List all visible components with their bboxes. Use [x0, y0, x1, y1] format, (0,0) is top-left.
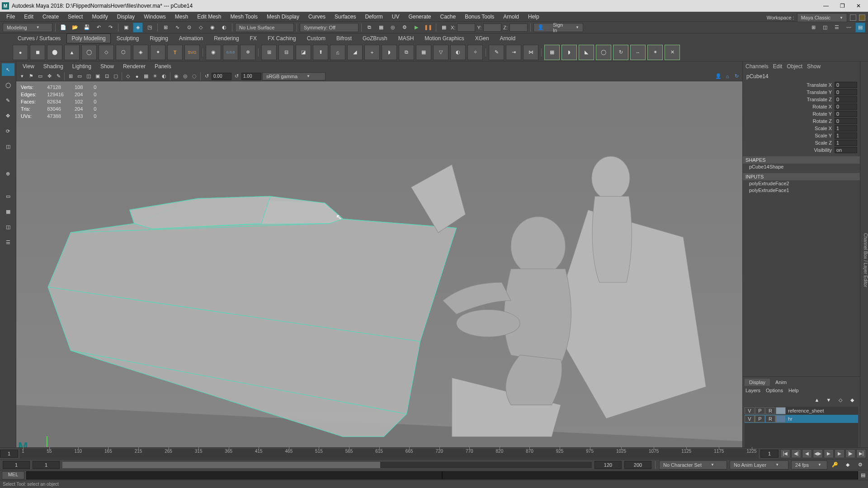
panel-menu-lighting[interactable]: Lighting — [69, 62, 95, 70]
tab-channelbox[interactable]: Channel Box / Layer Editor — [863, 233, 868, 287]
menu-file[interactable]: File — [3, 13, 19, 21]
grid-icon[interactable]: ⊞ — [66, 72, 75, 80]
attr-rotate-x[interactable] — [835, 103, 857, 110]
freeze-icon[interactable]: ❄ — [240, 45, 255, 60]
colorspace-dropdown[interactable]: sRGB gamma▼ — [262, 72, 326, 80]
poly-type-icon[interactable]: T — [167, 45, 183, 60]
cb-tab-show[interactable]: Show — [807, 63, 821, 70]
circularize-icon[interactable]: ◯ — [596, 45, 611, 60]
time-track[interactable]: 155 110165 215265 315365 415465 515565 6… — [20, 449, 759, 459]
snap-view-icon[interactable]: ◐ — [219, 23, 229, 33]
textured-icon[interactable]: ▦ — [142, 72, 150, 80]
go-end-icon[interactable]: ▶| — [856, 449, 866, 458]
shelf-tab[interactable]: Bifrost — [331, 33, 357, 43]
attr-translate-x[interactable] — [835, 82, 857, 88]
safe-action-icon[interactable]: ▢ — [112, 72, 120, 80]
z-field[interactable] — [509, 23, 528, 32]
menu-edit[interactable]: Edit — [20, 13, 37, 21]
poly-cone-icon[interactable]: ▲ — [64, 45, 80, 60]
mirror-icon[interactable]: ⧉ — [399, 45, 414, 60]
2d-pan-icon[interactable]: ✥ — [45, 72, 53, 80]
resolution-gate-icon[interactable]: ◫ — [85, 72, 93, 80]
play-back-icon[interactable]: ◀▶ — [813, 449, 823, 458]
live-surface-dropdown[interactable]: No Live Surface — [235, 23, 294, 32]
viewport[interactable]: Verts:471281080 Edges:1294162040 Faces:8… — [16, 81, 742, 456]
shadows-icon[interactable]: ◐ — [160, 72, 168, 80]
pause-render-icon[interactable]: ❚❚ — [423, 23, 433, 33]
play-start-field[interactable] — [33, 461, 60, 469]
layer-menu-help[interactable]: Help — [788, 388, 799, 393]
poly-torus-icon[interactable]: ◯ — [81, 45, 97, 60]
modeling-toolkit-icon[interactable]: ⊞ — [808, 23, 818, 33]
menu-meshdisplay[interactable]: Mesh Display — [263, 13, 303, 21]
panel-menu-shading[interactable]: Shading — [40, 62, 67, 70]
menu-surfaces[interactable]: Surfaces — [331, 13, 359, 21]
layout-single-icon[interactable]: ▭ — [2, 190, 14, 202]
select-object-icon[interactable]: ◈ — [133, 23, 143, 33]
shelf-tab[interactable]: XGen — [470, 33, 494, 43]
outliner-toggle-icon[interactable]: ☰ — [2, 236, 14, 249]
step-back-icon[interactable]: ◀ — [802, 449, 812, 458]
cb-tab-edit[interactable]: Edit — [773, 63, 783, 70]
shelf-tab[interactable]: FX — [245, 33, 262, 43]
extrude-icon[interactable]: ⬆ — [313, 45, 328, 60]
attr-rotate-z[interactable] — [835, 118, 857, 124]
gamma-reset-icon[interactable]: ↺ — [232, 72, 241, 80]
poly-cylinder-icon[interactable]: ⬤ — [47, 45, 62, 60]
attr-scale-x[interactable] — [835, 125, 857, 131]
range-start-field[interactable] — [3, 461, 30, 469]
camera-select-icon[interactable]: ▾ — [18, 72, 26, 80]
layer-new-empty-icon[interactable]: ◇ — [835, 395, 845, 405]
poly-cube-icon[interactable]: ◼ — [30, 45, 45, 60]
menu-mesh[interactable]: Mesh — [171, 13, 192, 21]
menu-create[interactable]: Create — [39, 13, 62, 21]
append-icon[interactable]: + — [364, 45, 380, 60]
film-gate-icon[interactable]: ▭ — [75, 72, 84, 80]
render-settings-icon[interactable]: ⚙ — [400, 23, 410, 33]
menu-uv[interactable]: UV — [388, 13, 403, 21]
auto-key-icon[interactable]: 🔑 — [830, 460, 840, 470]
hypershade-icon[interactable]: ◫ — [820, 23, 830, 33]
snap-live-icon[interactable]: ◉ — [208, 23, 217, 33]
shelf-tab[interactable]: Curves / Surfaces — [13, 33, 66, 43]
channelbox-toggle-icon[interactable]: ▤ — [855, 23, 865, 33]
poly-disc-icon[interactable]: ⬡ — [116, 45, 131, 60]
attr-rotate-y[interactable] — [835, 111, 857, 117]
step-forward-key-icon[interactable]: |▶ — [845, 449, 855, 458]
script-editor-icon[interactable]: ▤ — [858, 470, 868, 480]
menu-select[interactable]: Select — [64, 13, 86, 21]
attr-scale-z[interactable] — [835, 140, 857, 146]
sidebar-toggle-icon[interactable] — [850, 14, 856, 21]
shape-node[interactable]: pCube14Shape — [743, 164, 860, 170]
gate-mask-icon[interactable]: ▣ — [94, 72, 102, 80]
layer-tab-anim[interactable]: Anim — [771, 379, 791, 386]
redo-icon[interactable]: ↷ — [105, 23, 115, 33]
undo-icon[interactable]: ↶ — [94, 23, 104, 33]
combine-icon[interactable]: ⊞ — [261, 45, 277, 60]
menu-help[interactable]: Help — [524, 13, 543, 21]
sculpt-icon[interactable]: ◐ — [450, 45, 466, 60]
signin-dropdown[interactable]: 👤 Sign In▼ — [533, 23, 583, 32]
set-key-icon[interactable]: ◆ — [843, 460, 853, 470]
select-mode-icon[interactable]: ▣ — [121, 23, 131, 33]
step-back-key-icon[interactable]: ◀| — [791, 449, 801, 458]
viewport-home-icon[interactable]: ⌂ — [723, 72, 731, 80]
open-scene-icon[interactable]: 📂 — [70, 23, 80, 33]
menu-arnold[interactable]: Arnold — [500, 13, 523, 21]
range-bar[interactable] — [62, 462, 592, 468]
save-scene-icon[interactable]: 💾 — [82, 23, 92, 33]
range-end-field[interactable] — [624, 461, 651, 469]
menu-generate[interactable]: Generate — [405, 13, 434, 21]
layer-move-down-icon[interactable]: ▼ — [824, 395, 834, 405]
play-render-icon[interactable]: ▶ — [411, 23, 421, 33]
soft-select-icon[interactable]: ◉ — [206, 45, 221, 60]
subdiv-icon[interactable]: ▦ — [416, 45, 431, 60]
make-live-icon[interactable]: ◣ — [579, 45, 594, 60]
shelf-tab[interactable]: Animation — [174, 33, 208, 43]
attr-scale-y[interactable] — [835, 132, 857, 139]
shelf-tab[interactable]: Poly Modeling — [66, 33, 110, 43]
slide-edge-icon[interactable]: ↔ — [630, 45, 646, 60]
exposure-reset-icon[interactable]: ↺ — [203, 72, 211, 80]
menu-modify[interactable]: Modify — [88, 13, 111, 21]
script-language-button[interactable]: MEL — [2, 471, 24, 479]
